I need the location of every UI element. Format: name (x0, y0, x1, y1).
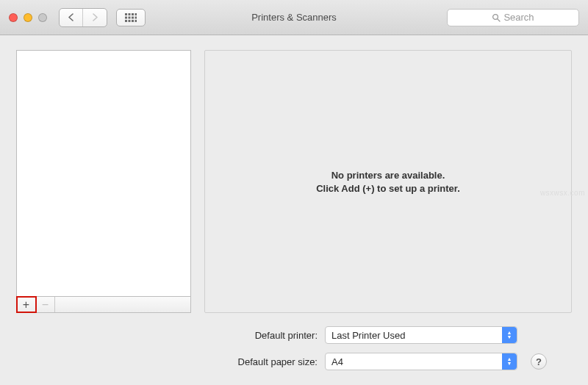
default-printer-select[interactable]: Last Printer Used ▲▼ (325, 326, 517, 344)
svg-rect-2 (132, 13, 134, 15)
default-paper-select[interactable]: A4 ▲▼ (325, 353, 517, 370)
remove-printer-button[interactable]: − (36, 297, 55, 312)
default-printer-row: Default printer: Last Printer Used ▲▼ (16, 326, 567, 344)
search-icon (492, 13, 501, 22)
back-button[interactable] (60, 9, 83, 26)
chevron-up-down-icon: ▲▼ (502, 327, 517, 343)
titlebar: Printers & Scanners Search (0, 0, 588, 35)
svg-rect-7 (135, 16, 137, 18)
default-printer-value: Last Printer Used (331, 330, 405, 341)
content-area: + − No printers are available. Click Add… (0, 35, 588, 385)
svg-rect-8 (125, 20, 127, 22)
empty-message-line1: No printers are available. (331, 170, 445, 181)
chevron-up-down-icon: ▲▼ (502, 353, 517, 370)
search-input[interactable]: Search (447, 9, 579, 26)
svg-rect-3 (135, 13, 137, 15)
window-title: Printers & Scanners (251, 12, 337, 23)
default-paper-value: A4 (331, 356, 343, 367)
minimize-icon[interactable] (24, 13, 32, 22)
svg-rect-4 (125, 16, 127, 18)
zoom-icon[interactable] (38, 13, 47, 22)
minus-icon: − (42, 298, 49, 312)
list-toolbar: + − (16, 297, 191, 313)
svg-rect-9 (129, 20, 131, 22)
forward-button[interactable] (83, 9, 107, 26)
printer-list-column: + − (16, 50, 191, 313)
help-button[interactable]: ? (531, 353, 547, 370)
svg-rect-0 (125, 13, 127, 15)
svg-rect-5 (129, 16, 131, 18)
close-icon[interactable] (9, 13, 18, 22)
svg-rect-1 (129, 13, 131, 15)
svg-rect-11 (135, 20, 137, 22)
upper-panel: + − No printers are available. Click Add… (16, 50, 572, 313)
window-controls (9, 13, 47, 22)
watermark: wsxwsx.com (540, 189, 585, 197)
default-printer-label: Default printer: (16, 330, 318, 341)
empty-message-line2: Click Add (+) to set up a printer. (316, 183, 460, 194)
default-paper-row: Default paper size: A4 ▲▼ ? (16, 353, 567, 370)
show-all-button[interactable] (116, 9, 146, 26)
plus-icon: + (23, 298, 29, 312)
svg-line-13 (498, 18, 500, 21)
svg-rect-10 (132, 20, 134, 22)
settings-rows: Default printer: Last Printer Used ▲▼ De… (16, 325, 572, 375)
add-printer-button[interactable]: + (17, 297, 36, 312)
help-icon: ? (536, 356, 542, 367)
printer-list[interactable] (16, 50, 191, 297)
nav-back-forward (59, 8, 107, 27)
svg-rect-6 (132, 16, 134, 18)
search-placeholder: Search (503, 12, 534, 23)
default-paper-label: Default paper size: (16, 356, 318, 367)
detail-pane: No printers are available. Click Add (+)… (204, 50, 572, 313)
